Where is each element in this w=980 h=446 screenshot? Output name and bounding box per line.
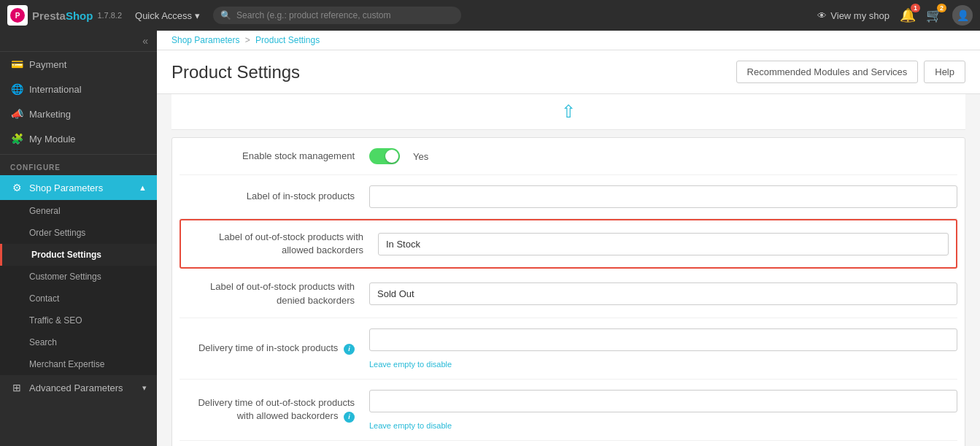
shop-parameters-submenu: General Order Settings Product Settings …	[0, 200, 157, 375]
sidebar-subitem-product-settings[interactable]: Product Settings	[0, 244, 157, 266]
notification-badge: 1	[911, 4, 920, 12]
field-label-in-stock: Label of in-stock products	[180, 175, 957, 219]
sidebar-subitem-customer-settings[interactable]: Customer Settings	[0, 266, 157, 288]
label-stock-management: Enable stock management	[180, 150, 369, 163]
nav-right: 👁 View my shop 🔔 1 🛒 2 👤	[817, 5, 973, 26]
search-icon: 🔍	[220, 10, 231, 20]
logo-area: P PrestaShop 1.7.8.2	[7, 5, 122, 26]
label-delivery-in-stock: Delivery time of in-stock products i	[180, 342, 369, 355]
toggle-stock-management[interactable]	[369, 148, 400, 164]
sidebar-item-marketing[interactable]: 📣 Marketing	[0, 101, 157, 126]
form-area: ⇧ Enable stock management	[157, 94, 980, 446]
label-out-of-stock-denied: Label of out-of-stock products with deni…	[180, 280, 369, 307]
sidebar-item-advanced-parameters[interactable]: ⊞ Advanced Parameters ▾	[0, 375, 157, 400]
field-stock-management: Enable stock management Yes	[180, 138, 957, 175]
user-icon: 👤	[957, 9, 969, 21]
field-delivery-out-of-stock: Delivery time of out-of-stock products w…	[180, 380, 957, 441]
page-title: Product Settings	[171, 62, 300, 82]
recommended-modules-button[interactable]: Recommended Modules and Services	[736, 61, 919, 83]
breadcrumb-parent[interactable]: Shop Parameters	[171, 35, 239, 45]
form-section-main: Enable stock management Yes	[171, 137, 965, 446]
breadcrumb-separator: >	[245, 35, 252, 45]
sidebar-subitem-traffic-seo[interactable]: Traffic & SEO	[0, 309, 157, 331]
sidebar-item-shop-parameters[interactable]: ⚙ Shop Parameters ▲	[0, 175, 157, 200]
page-header: Product Settings Recommended Modules and…	[157, 50, 980, 94]
view-shop-button[interactable]: 👁 View my shop	[817, 10, 890, 21]
info-icon-delivery-out-of-stock[interactable]: i	[344, 412, 355, 423]
field-delivery-in-stock: Delivery time of in-stock products i Lea…	[180, 318, 957, 380]
label-in-stock: Label of in-stock products	[180, 190, 369, 203]
module-icon: 🧩	[10, 133, 23, 145]
sidebar: « 💳 Payment 🌐 International 📣 Marketing …	[0, 31, 157, 446]
sidebar-item-payment[interactable]: 💳 Payment	[0, 52, 157, 77]
notifications-button[interactable]: 🔔 1	[900, 7, 916, 23]
input-delivery-out-of-stock[interactable]	[369, 390, 957, 412]
eye-icon: 👁	[817, 10, 827, 21]
quick-access-button[interactable]: Quick Access ▾	[129, 7, 206, 24]
cart-button[interactable]: 🛒 2	[926, 7, 942, 23]
megaphone-icon: 📣	[10, 108, 23, 120]
help-button[interactable]: Help	[924, 61, 965, 83]
chevron-down-icon: ▾	[195, 10, 200, 21]
globe-icon: 🌐	[10, 83, 23, 95]
control-label-out-of-stock-allowed	[378, 233, 949, 255]
configure-label: CONFIGURE	[0, 155, 157, 175]
logo-icon: P	[7, 5, 28, 26]
sidebar-item-mymodule[interactable]: 🧩 My Module	[0, 126, 157, 151]
control-delivery-out-of-stock: Leave empty to disable	[369, 390, 957, 430]
field-label-out-of-stock-denied: Label of out-of-stock products with deni…	[180, 270, 957, 318]
info-icon-delivery-in-stock[interactable]: i	[344, 344, 355, 355]
top-navigation: P PrestaShop 1.7.8.2 Quick Access ▾ 🔍 👁 …	[0, 0, 980, 31]
input-delivery-in-stock[interactable]	[369, 328, 957, 351]
field-default-pack-stock: Default pack stock management i Decremen…	[180, 441, 957, 446]
cart-badge: 2	[937, 4, 946, 12]
field-label-out-of-stock-allowed: Label of out-of-stock products with allo…	[180, 219, 957, 269]
advanced-icon: ⊞	[10, 382, 23, 393]
svg-text:P: P	[15, 12, 20, 20]
breadcrumb-bar: Shop Parameters > Product Settings	[157, 31, 980, 50]
sidebar-collapse-area: «	[0, 31, 157, 52]
breadcrumb: Shop Parameters > Product Settings	[171, 35, 965, 45]
control-delivery-in-stock: Leave empty to disable	[369, 328, 957, 369]
payment-icon: 💳	[10, 58, 23, 70]
sidebar-subitem-merchant-expertise[interactable]: Merchant Expertise	[0, 353, 157, 375]
body-layout: « 💳 Payment 🌐 International 📣 Marketing …	[0, 31, 980, 446]
expand-section-bar: ⇧	[171, 94, 965, 130]
header-actions: Recommended Modules and Services Help	[736, 61, 965, 83]
main-content: Shop Parameters > Product Settings Produ…	[157, 31, 980, 446]
toggle-thumb	[385, 150, 398, 163]
user-avatar[interactable]: 👤	[952, 5, 973, 26]
search-bar: 🔍	[213, 7, 461, 24]
hint-delivery-out-of-stock: Leave empty to disable	[369, 421, 452, 430]
search-input[interactable]	[213, 7, 461, 24]
settings-icon: ⚙	[10, 182, 23, 193]
sidebar-item-international[interactable]: 🌐 International	[0, 77, 157, 101]
logo-version: 1.7.8.2	[97, 11, 122, 20]
collapse-button[interactable]: «	[142, 35, 148, 47]
chevron-down-icon: ▾	[142, 383, 147, 393]
control-label-in-stock	[369, 185, 957, 208]
control-label-out-of-stock-denied	[369, 282, 957, 305]
breadcrumb-current[interactable]: Product Settings	[255, 35, 320, 45]
input-label-in-stock[interactable]	[369, 185, 957, 208]
sidebar-subitem-contact[interactable]: Contact	[0, 288, 157, 309]
sidebar-subitem-general[interactable]: General	[0, 200, 157, 222]
sidebar-subitem-search[interactable]: Search	[0, 331, 157, 353]
input-label-out-of-stock-denied[interactable]	[369, 282, 957, 305]
toggle-track	[369, 148, 400, 164]
label-delivery-out-of-stock: Delivery time of out-of-stock products w…	[180, 396, 369, 423]
hint-delivery-in-stock: Leave empty to disable	[369, 360, 452, 369]
input-label-out-of-stock-allowed[interactable]	[378, 233, 949, 255]
expand-icon[interactable]: ⇧	[561, 101, 576, 122]
chevron-up-icon: ▲	[139, 183, 147, 192]
sidebar-subitem-order-settings[interactable]: Order Settings	[0, 222, 157, 244]
toggle-yes-label: Yes	[413, 151, 428, 162]
logo-text: PrestaShop	[32, 9, 93, 22]
label-out-of-stock-allowed: Label of out-of-stock products with allo…	[188, 231, 378, 257]
control-stock-management: Yes	[369, 148, 957, 164]
